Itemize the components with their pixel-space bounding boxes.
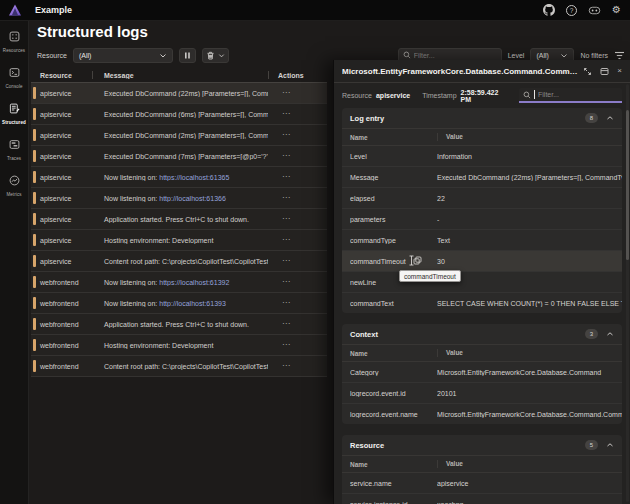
row-actions-button[interactable]: ⋯ <box>282 110 291 118</box>
sidebar-item-structured[interactable]: Structured <box>0 98 28 127</box>
row-actions-button[interactable]: ⋯ <box>282 131 291 139</box>
chevron-up-icon[interactable] <box>606 115 614 121</box>
property-name-text: service.name <box>350 480 392 487</box>
help-button[interactable]: ? <box>566 5 577 16</box>
resource-cell: apiservice <box>31 87 92 99</box>
row-actions-button[interactable]: ⋯ <box>282 89 291 97</box>
table-row[interactable]: apiserviceApplication started. Press Ctr… <box>31 209 327 230</box>
log-message: Executed DbCommand (22ms) [Parameters=[]… <box>92 90 268 97</box>
property-row[interactable]: elapsed22 <box>342 188 622 209</box>
details-filter-input[interactable] <box>538 91 618 98</box>
property-row[interactable]: commandTypeText <box>342 230 622 251</box>
row-actions-button[interactable]: ⋯ <box>282 341 291 349</box>
sidebar-item-label: Metrics <box>6 192 21 197</box>
table-row[interactable]: webfrontendNow listening on: https://loc… <box>31 272 327 293</box>
scrollbar-thumb[interactable] <box>626 110 629 260</box>
copilot-button[interactable] <box>588 5 601 16</box>
property-name-text: parameters <box>350 216 385 223</box>
row-actions-button[interactable]: ⋯ <box>282 236 291 244</box>
property-row[interactable]: parameters- <box>342 209 622 230</box>
table-row[interactable]: apiserviceExecuted DbCommand (6ms) [Para… <box>31 104 327 125</box>
resource-name: apiservice <box>40 195 72 202</box>
sidebar-item-console[interactable]: Console <box>0 62 28 91</box>
log-message-text: Executed DbCommand (22ms) [Parameters=[]… <box>104 90 268 97</box>
meta-resource-label: Resource <box>342 92 372 99</box>
property-row[interactable]: service.instance.idxaacbnq <box>342 494 622 504</box>
log-message: Hosting environment: Development <box>92 237 268 244</box>
actions-cell: ⋯ <box>268 152 327 160</box>
resource-select-value: (All) <box>79 52 91 59</box>
sidebar-item-resources[interactable]: Resources <box>0 26 28 55</box>
table-row[interactable]: apiserviceExecuted DbCommand (22ms) [Par… <box>31 83 327 104</box>
chevron-up-icon[interactable] <box>606 442 614 448</box>
copy-value-button[interactable] <box>413 256 422 265</box>
section-header[interactable]: Log entry8 <box>342 108 622 128</box>
row-actions-button[interactable]: ⋯ <box>282 362 291 370</box>
property-value: 22 <box>437 195 622 202</box>
table-row[interactable]: apiserviceExecuted DbCommand (7ms) [Para… <box>31 146 327 167</box>
table-row[interactable]: apiserviceContent root path: C:\projects… <box>31 251 327 272</box>
clear-logs-button[interactable] <box>202 48 229 63</box>
property-row[interactable]: commandTextSELECT CASE WHEN COUNT(*) = 0… <box>342 293 622 313</box>
property-row[interactable]: logrecord.event.id20101 <box>342 383 622 404</box>
property-name-text: commandText <box>350 300 394 307</box>
row-actions-button[interactable]: ⋯ <box>282 257 291 265</box>
table-row[interactable]: webfrontendNow listening on: http://loca… <box>31 293 327 314</box>
property-row[interactable]: commandTimeoutcommandTimeout30 <box>342 251 622 272</box>
search-icon <box>403 51 411 59</box>
row-actions-button[interactable]: ⋯ <box>282 278 291 286</box>
sidebar-item-traces[interactable]: Traces <box>0 134 28 163</box>
filter-funnel-icon[interactable] <box>614 51 625 60</box>
github-button[interactable] <box>543 4 555 16</box>
property-row[interactable]: LevelInformation <box>342 146 622 167</box>
row-actions-button[interactable]: ⋯ <box>282 215 291 223</box>
section-header[interactable]: Resource5 <box>342 435 622 455</box>
row-actions-button[interactable]: ⋯ <box>282 152 291 160</box>
close-details-button[interactable]: × <box>617 67 622 75</box>
table-row[interactable]: apiserviceNow listening on: http://local… <box>31 188 327 209</box>
log-link[interactable]: http://localhost:61366 <box>159 195 226 202</box>
table-row[interactable]: webfrontendContent root path: C:\project… <box>31 356 327 377</box>
chevron-up-icon[interactable] <box>606 331 614 337</box>
row-actions-button[interactable]: ⋯ <box>282 299 291 307</box>
row-actions-button[interactable]: ⋯ <box>282 194 291 202</box>
log-link[interactable]: http://localhost:61393 <box>159 300 226 307</box>
log-message-text: Executed DbCommand (6ms) [Parameters=[],… <box>104 111 268 118</box>
resource-color-bar <box>33 297 36 309</box>
section-header[interactable]: Context3 <box>342 324 622 344</box>
table-row[interactable]: webfrontendHosting environment: Developm… <box>31 335 327 356</box>
expand-button[interactable] <box>583 67 592 76</box>
property-row[interactable]: logrecord.event.nameMicrosoft.EntityFram… <box>342 404 622 424</box>
resource-cell: webfrontend <box>31 339 92 351</box>
settings-button[interactable]: ⚙ <box>612 5 621 15</box>
resource-select[interactable]: (All) <box>73 48 173 63</box>
table-row[interactable]: apiserviceNow listening on: https://loca… <box>31 167 327 188</box>
panel-scrollbar[interactable] <box>626 84 629 502</box>
logs-filter-input[interactable] <box>414 52 494 59</box>
property-row[interactable]: MessageExecuted DbCommand (22ms) [Parame… <box>342 167 622 188</box>
property-row[interactable]: service.nameapiservice <box>342 473 622 494</box>
log-link[interactable]: https://localhost:61365 <box>159 174 229 181</box>
topbar-actions: ? ⚙ <box>543 4 621 16</box>
row-actions-button[interactable]: ⋯ <box>282 173 291 181</box>
resource-name: webfrontend <box>40 363 79 370</box>
log-message: Hosting environment: Development <box>92 342 268 349</box>
property-row[interactable]: CategoryMicrosoft.EntityFrameworkCore.Da… <box>342 362 622 383</box>
table-row[interactable]: apiserviceExecuted DbCommand (2ms) [Para… <box>31 125 327 146</box>
property-name: Category <box>350 369 437 376</box>
dock-panel-button[interactable] <box>600 67 609 76</box>
log-link[interactable]: https://localhost:61392 <box>159 279 229 286</box>
column-header-message: Message <box>92 71 268 79</box>
resource-color-bar <box>33 213 36 225</box>
table-row[interactable]: webfrontendApplication started. Press Ct… <box>31 314 327 335</box>
settings-gear-icon: ⚙ <box>612 5 621 15</box>
property-row[interactable]: newLine <box>342 272 622 293</box>
table-row[interactable]: apiserviceHosting environment: Developme… <box>31 230 327 251</box>
pause-button[interactable] <box>179 48 196 63</box>
resource-cell: webfrontend <box>31 297 92 309</box>
property-name-text: service.instance.id <box>350 501 408 504</box>
sidebar-item-metrics[interactable]: Metrics <box>0 170 28 199</box>
structured-logs-table: ResourceMessageActions apiserviceExecute… <box>31 68 327 377</box>
row-actions-button[interactable]: ⋯ <box>282 320 291 328</box>
resource-name: webfrontend <box>40 342 79 349</box>
